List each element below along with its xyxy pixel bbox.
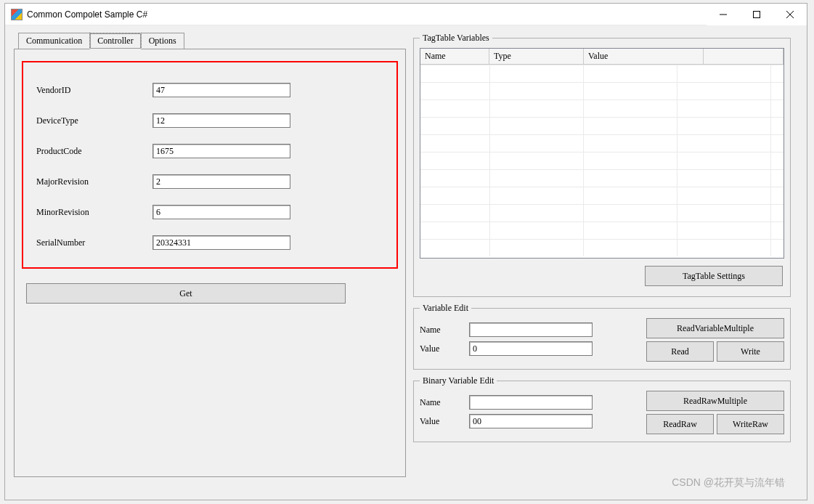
read-variable-multiple-button[interactable]: ReadVariableMultiple xyxy=(646,318,784,338)
ve-name-input[interactable] xyxy=(469,322,593,337)
vendorid-input[interactable] xyxy=(152,83,290,97)
col-extra[interactable] xyxy=(704,49,784,64)
vendorid-label: VendorID xyxy=(36,85,152,96)
writeraw-button[interactable]: WriteRaw xyxy=(717,414,784,434)
minimize-button[interactable] xyxy=(707,4,740,25)
close-button[interactable] xyxy=(773,4,807,25)
majorrevision-label: MajorRevision xyxy=(36,176,152,187)
tab-controller[interactable]: Controller xyxy=(89,33,141,49)
ve-value-label: Value xyxy=(420,344,463,354)
grid-body[interactable] xyxy=(420,65,784,256)
readraw-multiple-button[interactable]: ReadRawMultiple xyxy=(646,391,784,411)
be-name-input[interactable] xyxy=(469,395,593,410)
be-value-label: Value xyxy=(420,416,463,427)
be-name-label: Name xyxy=(420,397,463,408)
majorrevision-input[interactable] xyxy=(152,174,290,189)
tagtable-settings-button[interactable]: TagTable Settings xyxy=(645,266,783,286)
tab-strip: Communication Controller Options xyxy=(18,33,406,49)
app-icon xyxy=(11,9,23,20)
titlebar[interactable]: Common Compolet Sample C# xyxy=(5,4,807,25)
tab-options[interactable]: Options xyxy=(141,33,184,49)
grid-lines xyxy=(420,65,784,256)
tab-communication[interactable]: Communication xyxy=(18,33,90,49)
right-panel: TagTable Variables Name Type Value TagTa… xyxy=(413,33,791,492)
binary-edit-legend: Binary Variable Edit xyxy=(420,375,497,386)
variable-edit-legend: Variable Edit xyxy=(420,303,471,314)
ve-value-input[interactable] xyxy=(469,341,593,356)
get-button[interactable]: Get xyxy=(26,283,346,304)
minorrevision-input[interactable] xyxy=(152,205,290,219)
productcode-input[interactable] xyxy=(152,144,290,158)
tagtable-group: TagTable Variables Name Type Value TagTa… xyxy=(413,33,791,297)
devicetype-label: DeviceType xyxy=(36,115,152,126)
col-type[interactable]: Type xyxy=(489,49,584,64)
maximize-button[interactable] xyxy=(740,4,773,25)
col-name[interactable]: Name xyxy=(420,49,489,64)
left-panel: Communication Controller Options VendorI… xyxy=(14,33,406,492)
svg-rect-1 xyxy=(754,12,760,18)
grid-header: Name Type Value xyxy=(420,49,784,65)
col-value[interactable]: Value xyxy=(584,49,704,64)
tagtable-grid[interactable]: Name Type Value xyxy=(420,48,784,259)
window-title: Common Compolet Sample C# xyxy=(27,9,147,20)
controller-page: VendorID DeviceType ProductCode MajorRev… xyxy=(14,49,406,477)
controller-info-group: VendorID DeviceType ProductCode MajorRev… xyxy=(22,61,398,269)
minorrevision-label: MinorRevision xyxy=(36,207,152,218)
application-window: Common Compolet Sample C# Communication … xyxy=(4,3,807,500)
devicetype-input[interactable] xyxy=(152,113,290,128)
client-area: Communication Controller Options VendorI… xyxy=(5,25,807,500)
ve-name-label: Name xyxy=(420,325,463,336)
serialnumber-label: SerialNumber xyxy=(36,237,152,248)
tagtable-legend: TagTable Variables xyxy=(420,33,492,44)
binary-variable-edit-group: Binary Variable Edit Name Value Read xyxy=(413,375,791,442)
be-value-input[interactable] xyxy=(469,414,593,428)
read-button[interactable]: Read xyxy=(646,341,714,362)
productcode-label: ProductCode xyxy=(36,146,152,157)
serialnumber-input[interactable] xyxy=(152,235,290,250)
write-button[interactable]: Write xyxy=(717,341,784,362)
readraw-button[interactable]: ReadRaw xyxy=(646,414,714,434)
variable-edit-group: Variable Edit Name Value ReadVariabl xyxy=(413,303,791,370)
